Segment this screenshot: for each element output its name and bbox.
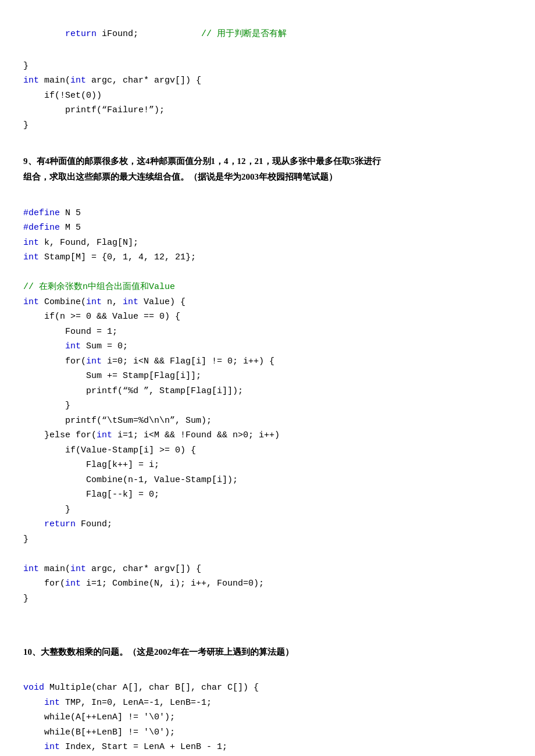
code-line-close2: } — [23, 118, 512, 133]
code-section-10: void Multiple(char A[], char B[], char C… — [23, 666, 512, 757]
code-line-printf-failure: printf(“Failure!”); — [23, 103, 512, 118]
prose-section-9: 9、有4种面值的邮票很多枚，这4种邮票面值分别1，4，12，21，现从多张中最多… — [23, 154, 512, 185]
indent — [44, 29, 65, 39]
code-line-main1: int main(int argc, char* argv[]) { — [23, 73, 512, 88]
code-line-close1: } — [23, 59, 512, 74]
code-text: iFound; — [97, 29, 138, 39]
keyword-return: return — [65, 29, 97, 39]
page-container: return iFound; // 用于判断是否有解 } int main(in… — [23, 12, 512, 756]
prose-section-10: 10、大整数数相乘的问题。（这是2002年在一考研班上遇到的算法题） — [23, 644, 512, 660]
code-line-ifset: if(!Set(0)) — [23, 88, 512, 104]
comment-text: // 用于判断是否有解 — [138, 29, 287, 39]
code-section-return: return iFound; // 用于判断是否有解 — [23, 12, 512, 56]
code-section-9: #define N 5 #define M 5 int k, Found, Fl… — [23, 191, 512, 621]
